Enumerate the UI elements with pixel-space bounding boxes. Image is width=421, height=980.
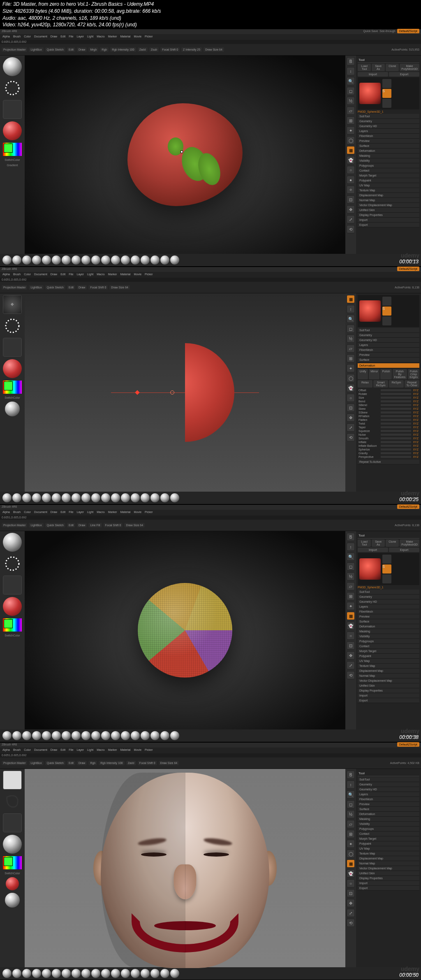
draw-size[interactable]: Draw Size 64 <box>204 47 224 52</box>
line-fill-toggle[interactable]: Line Fill <box>88 523 102 527</box>
menu-layer[interactable]: Layer <box>77 748 84 752</box>
section-geometry-hd[interactable]: Geometry HD <box>358 599 419 604</box>
menu-macro[interactable]: Macro <box>97 748 104 752</box>
material-ball-6[interactable] <box>62 969 71 978</box>
menu-edit[interactable]: Edit <box>60 511 65 515</box>
material-ball-16[interactable] <box>160 731 169 740</box>
brush-thumb[interactable] <box>3 57 22 76</box>
material-ball-3[interactable] <box>32 731 41 740</box>
menu-picker[interactable]: Picker <box>145 273 153 277</box>
menu-macro[interactable]: Macro <box>97 511 104 515</box>
section-polypaint[interactable]: Polypaint <box>358 654 419 659</box>
section-geometry-hd[interactable]: Geometry HD <box>358 338 419 343</box>
scale-icon[interactable]: ⤢ <box>347 215 355 223</box>
section-uv-map[interactable]: UV Map <box>358 846 419 851</box>
material-ball-15[interactable] <box>150 969 160 978</box>
tool-preview[interactable]: S <box>358 295 419 327</box>
section-normal-map[interactable]: Normal Map <box>358 861 419 866</box>
section-displacement-map[interactable]: Displacement Map <box>358 193 419 198</box>
section-geometry[interactable]: Geometry <box>358 595 419 599</box>
section-surface[interactable]: Surface <box>358 807 419 812</box>
material-ball-13[interactable] <box>131 969 140 978</box>
menu-layer[interactable]: Layer <box>77 273 84 277</box>
material-ball-1[interactable] <box>12 493 21 502</box>
slider-spherize[interactable]: SpherizeXYZ <box>358 448 419 451</box>
section-surface[interactable]: Surface <box>358 144 419 149</box>
section-subtool[interactable]: SubTool <box>358 114 419 119</box>
menu-document[interactable]: Document <box>34 511 47 515</box>
gradient-label[interactable]: Gradient <box>7 164 18 167</box>
material-ball-0[interactable] <box>2 969 12 978</box>
menu-color[interactable]: Color <box>24 748 31 752</box>
section-vector-displacement-map[interactable]: Vector Displacement Map <box>358 866 419 871</box>
material-ball-11[interactable] <box>111 493 120 502</box>
viewport[interactable] <box>25 769 345 967</box>
section-export[interactable]: Export <box>358 886 419 891</box>
section-display-properties[interactable]: Display Properties <box>358 876 419 881</box>
menu-file[interactable]: File <box>69 35 73 39</box>
menu-file[interactable]: File <box>69 273 73 277</box>
section-layers[interactable]: Layers <box>358 129 419 134</box>
section-displacement-map[interactable]: Displacement Map <box>358 856 419 861</box>
mrgb-toggle[interactable]: Mrgb <box>88 47 98 52</box>
menu-bar[interactable]: AlphaBrushColorDocumentDrawEditFileLayer… <box>0 34 421 40</box>
material-ball-12[interactable] <box>121 969 130 978</box>
tool-clone[interactable]: Clone <box>386 539 399 547</box>
tool-save-as[interactable]: Save As <box>372 64 385 71</box>
slider-twist[interactable]: TwistXYZ <box>358 422 419 425</box>
menu-layer[interactable]: Layer <box>77 35 84 39</box>
material-ball-12[interactable] <box>121 255 130 265</box>
section-normal-map[interactable]: Normal Map <box>358 198 419 203</box>
brush-thumb[interactable] <box>3 771 22 790</box>
repeat-to-other[interactable]: Repeat To Active <box>358 460 419 464</box>
section-deformation[interactable]: Deformation <box>358 149 419 153</box>
section-subtool[interactable]: SubTool <box>358 590 419 595</box>
section-deformation[interactable]: Deformation <box>358 624 419 629</box>
material-ball-10[interactable] <box>101 493 110 502</box>
menu-edit[interactable]: Edit <box>60 35 65 39</box>
brush-thumb[interactable] <box>3 533 22 552</box>
material-ball-17[interactable] <box>170 969 179 978</box>
deform-relax[interactable]: Relax <box>358 380 372 388</box>
material-ball-0[interactable] <box>2 493 12 502</box>
menu-marker[interactable]: Marker <box>108 35 117 39</box>
material-ball-9[interactable] <box>91 493 100 502</box>
section-visibility[interactable]: Visibility <box>358 158 419 163</box>
deform-smart-resym[interactable]: Smart ReSym <box>373 380 388 388</box>
menu-material[interactable]: Material <box>120 273 130 277</box>
section-export[interactable]: Export <box>358 223 419 228</box>
menu-macro[interactable]: Macro <box>97 273 104 277</box>
switch-color[interactable]: SwitchColor <box>5 158 20 161</box>
menu-edit[interactable]: Edit <box>60 273 65 277</box>
section-preview[interactable]: Preview <box>358 139 419 144</box>
menu-material[interactable]: Material <box>120 748 130 752</box>
material-ball-16[interactable] <box>160 969 169 978</box>
slider-rflatten[interactable]: RFlattenXYZ <box>358 414 419 418</box>
xpose-icon[interactable]: ✧ <box>347 186 355 194</box>
menu-movie[interactable]: Movie <box>134 273 141 277</box>
menu-alpha[interactable]: Alpha <box>2 748 10 752</box>
section-texture-map[interactable]: Texture Map <box>358 664 419 669</box>
slider-flatten[interactable]: FlattenXYZ <box>358 418 419 422</box>
section-geometry-hd[interactable]: Geometry HD <box>358 787 419 792</box>
material-ball-8[interactable] <box>81 255 90 265</box>
material-ball-17[interactable] <box>170 493 179 502</box>
section-vector-displacement-map[interactable]: Vector Displacement Map <box>358 203 419 208</box>
slider-inflate-balloon[interactable]: Inflate BalloonXYZ <box>358 444 419 448</box>
menu-macro[interactable]: Macro <box>97 35 104 39</box>
stroke-thumb[interactable] <box>3 316 22 335</box>
tool-save-as[interactable]: Save As <box>372 539 385 547</box>
polyf-icon[interactable]: ▦ <box>347 295 355 303</box>
section-unified-skin[interactable]: Unified Skin <box>358 683 419 688</box>
tool-preview[interactable]: S <box>358 77 419 109</box>
material-ball-10[interactable] <box>101 255 110 265</box>
material-ball-13[interactable] <box>131 255 140 265</box>
menu-picker[interactable]: Picker <box>145 748 153 752</box>
material-ball-3[interactable] <box>32 255 41 265</box>
menu-file[interactable]: File <box>69 748 73 752</box>
deform-polish-crisp-edges[interactable]: Polish Crisp Edges <box>408 369 419 379</box>
quicksketch-btn[interactable]: Quick Sketch <box>45 47 65 52</box>
slider-rotate[interactable]: RotateXYZ <box>358 392 419 396</box>
lasso-stroke-icon[interactable] <box>3 792 22 811</box>
material-ball-16[interactable] <box>160 255 169 265</box>
